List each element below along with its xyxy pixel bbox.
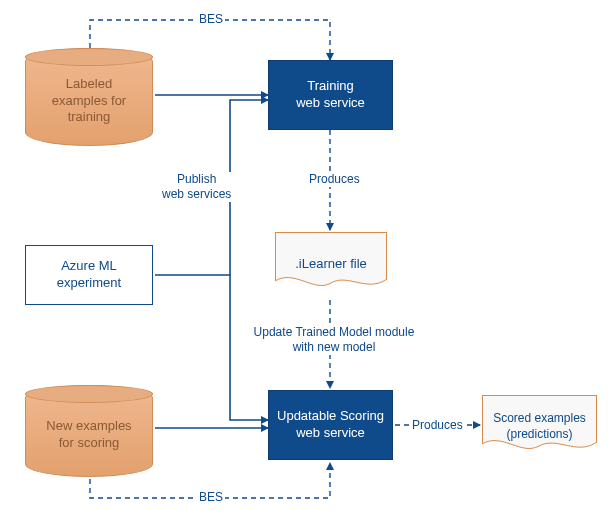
azure-ml-label: Azure ML experiment (57, 258, 121, 292)
azure-ml-experiment: Azure ML experiment (25, 245, 153, 305)
publish-label: Publish web services (160, 172, 233, 202)
scoring-ws-label: Updatable Scoring web service (277, 408, 384, 442)
bes-label-bottom: BES (197, 490, 225, 505)
training-web-service: Training web service (268, 60, 393, 130)
bes-label-top: BES (197, 12, 225, 27)
update-model-label: Update Trained Model module with new mod… (242, 325, 426, 355)
produces-label-right: Produces (410, 418, 465, 433)
new-examples-label: New examples for scoring (46, 410, 131, 452)
scored-examples-file: Scored examples (predictions) (482, 395, 597, 453)
new-examples-datastore: New examples for scoring (25, 385, 153, 477)
ilearner-file: .iLearner file (275, 232, 387, 290)
ilearner-label: .iLearner file (295, 250, 367, 273)
labeled-examples-label: Labeled examples for training (52, 68, 126, 127)
produces-label-top: Produces (307, 172, 362, 187)
training-ws-label: Training web service (296, 78, 365, 112)
labeled-examples-datastore: Labeled examples for training (25, 48, 153, 146)
scoring-web-service: Updatable Scoring web service (268, 390, 393, 460)
